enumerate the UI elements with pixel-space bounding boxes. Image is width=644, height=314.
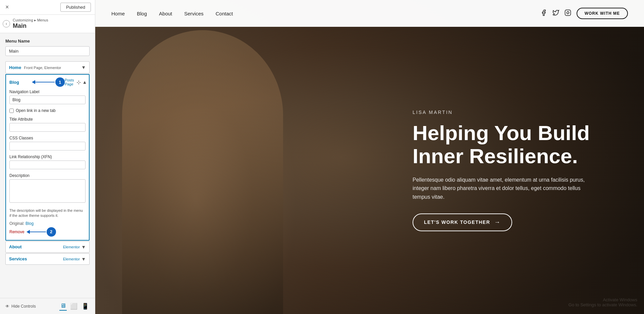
home-item-meta: Front Page, Elementor: [24, 66, 61, 70]
hide-controls-label: Hide Controls: [11, 304, 36, 309]
breadcrumb: Customizing ▸ Menus: [13, 18, 48, 22]
css-classes-input[interactable]: [9, 142, 86, 150]
hero-person-silhouette: [122, 30, 283, 314]
nav-links: Home Blog About Services Contact: [111, 11, 233, 16]
hero-title: Helping You Build Inner Resilience.: [413, 122, 617, 167]
blog-chevron-button[interactable]: ▲: [82, 79, 87, 85]
nav-right: WORK WITH ME: [540, 8, 628, 19]
description-note: The description will be displayed in the…: [9, 208, 86, 218]
bottom-bar: 👁 Hide Controls 🖥 ⬜ 📱: [0, 298, 95, 314]
original-link[interactable]: Blog: [25, 221, 34, 226]
menu-item-about: About Elementor ▼: [5, 241, 90, 253]
about-type-tag: Elementor: [63, 245, 80, 249]
menu-items-list: Home Front Page, Elementor ▼ Blog: [5, 61, 90, 265]
description-textarea[interactable]: [9, 179, 86, 203]
blog-item-label: Blog: [9, 80, 19, 85]
mobile-view-button[interactable]: 📱: [81, 302, 90, 311]
open-new-tab-label: Open link in a new tab: [16, 108, 56, 113]
description-label: Description: [9, 173, 86, 178]
title-attr-label: Title Attribute: [9, 117, 86, 122]
panel-content: Menu Name Home Front Page, Elementor ▼ B…: [0, 33, 95, 298]
hero-title-line2: Inner Resilience.: [413, 144, 578, 168]
about-item-label: About: [9, 244, 22, 249]
about-chevron-button[interactable]: ▼: [81, 244, 86, 250]
blog-item-meta: Posts Page: [65, 78, 74, 86]
css-classes-label: CSS Classes: [9, 136, 86, 140]
nav-link-contact[interactable]: Contact: [216, 11, 233, 16]
instagram-icon[interactable]: [565, 9, 571, 18]
services-chevron-button[interactable]: ▼: [81, 256, 86, 262]
remove-link[interactable]: Remove: [9, 230, 24, 234]
hero-person-name: LISA MARTIN: [413, 110, 617, 115]
services-type-tag: Elementor: [63, 257, 80, 261]
menu-name-label: Menu Name: [5, 39, 90, 44]
desktop-view-button[interactable]: 🖥: [59, 302, 67, 311]
panel-header: ‹ Customizing ▸ Menus Main: [0, 15, 95, 33]
nav-link-services[interactable]: Services: [184, 11, 204, 16]
menu-item-home: Home Front Page, Elementor ▼: [5, 61, 90, 73]
blog-expanded-item: Blog 1 Posts Page ⊹ ▲: [5, 74, 90, 241]
link-rel-input[interactable]: [9, 161, 86, 169]
facebook-icon[interactable]: [540, 9, 547, 18]
tablet-icon: ⬜: [70, 303, 77, 310]
nav-label-label: Navigation Label: [9, 89, 86, 94]
top-bar: × Published: [0, 0, 95, 15]
original-row: Original: Blog: [9, 221, 86, 226]
eye-icon: 👁: [5, 304, 9, 309]
hero-title-line1: Helping You Build: [413, 121, 590, 144]
hero-description: Pellentesque odio aliquam vitae amet, el…: [413, 176, 587, 201]
open-new-tab-checkbox[interactable]: [9, 109, 14, 113]
nav-link-about[interactable]: About: [159, 11, 172, 16]
menu-name-input[interactable]: [5, 46, 90, 56]
link-rel-label: Link Relationship (XFN): [9, 154, 86, 159]
remove-row: Remove 2: [9, 227, 86, 237]
hero-cta-label: LET'S WORK TOGETHER: [424, 219, 490, 225]
site-nav: Home Blog About Services Contact WORK WI…: [95, 0, 644, 27]
title-attr-input[interactable]: [9, 123, 86, 132]
nav-link-home[interactable]: Home: [111, 11, 125, 16]
services-item-label: Services: [9, 256, 27, 261]
home-item-label: Home: [9, 65, 21, 70]
mobile-icon: 📱: [82, 303, 89, 310]
right-panel: Home Blog About Services Contact WORK WI…: [95, 0, 644, 314]
device-buttons: 🖥 ⬜ 📱: [59, 302, 90, 311]
blog-form: Navigation Label Open link in a new tab …: [6, 89, 89, 240]
back-button[interactable]: ‹: [3, 20, 10, 27]
left-panel: × Published ‹ Customizing ▸ Menus Main M…: [0, 0, 95, 314]
panel-title: Main: [13, 22, 48, 29]
hero-cta-button[interactable]: LET'S WORK TOGETHER →: [413, 213, 512, 231]
hero-content: LISA MARTIN Helping You Build Inner Resi…: [392, 27, 644, 314]
close-button[interactable]: ×: [4, 4, 10, 11]
nav-link-blog[interactable]: Blog: [137, 11, 147, 16]
nav-label-input[interactable]: [9, 96, 86, 104]
drag-handle-icon[interactable]: ⊹: [76, 79, 81, 85]
hero-cta-arrow-icon: →: [494, 219, 501, 226]
home-chevron-button[interactable]: ▼: [81, 65, 86, 70]
desktop-icon: 🖥: [60, 302, 66, 309]
twitter-icon[interactable]: [552, 9, 559, 18]
hide-controls-button[interactable]: 👁 Hide Controls: [5, 304, 36, 309]
tablet-view-button[interactable]: ⬜: [69, 302, 78, 311]
svg-rect-0: [565, 10, 571, 15]
published-button[interactable]: Published: [60, 3, 91, 12]
work-with-me-button[interactable]: WORK WITH ME: [577, 8, 628, 19]
menu-item-services: Services Elementor ▼: [5, 253, 90, 265]
